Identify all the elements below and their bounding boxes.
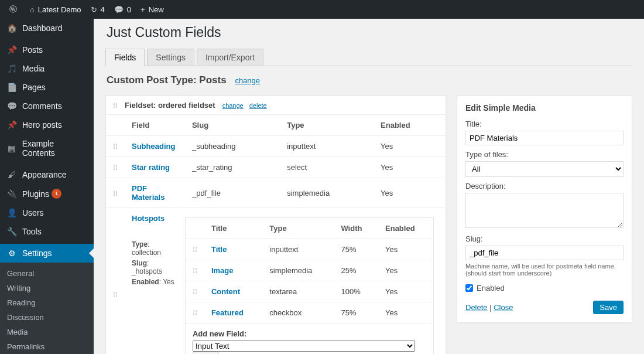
pin-icon: 📌 (6, 45, 18, 55)
site-name[interactable]: ⌂Latest Demo (25, 0, 86, 19)
menu-item-plugins[interactable]: 🔌Plugins1 (0, 184, 94, 203)
drag-handle-icon[interactable]: ⁞⁞ (186, 239, 204, 260)
edit-field-panel: Edit Simple Media Title: Type of files: … (457, 96, 632, 323)
collection-field-link[interactable]: Content (211, 287, 240, 296)
add-field-label: Add new Field: (193, 329, 426, 338)
menu-label: Dashboard (22, 23, 63, 33)
filetype-select[interactable]: All (465, 161, 624, 177)
drag-handle-icon[interactable]: ⁞⁞ (113, 101, 118, 110)
add-field-button[interactable]: Add (193, 352, 219, 354)
col-enabled: Enabled (374, 115, 446, 136)
page-title: Just Custom Fields (107, 25, 632, 40)
col-enabled: Enabled (378, 218, 433, 239)
menu-item-tools[interactable]: 🔧Tools (0, 222, 94, 241)
table-row: ⁞⁞Star rating_star_ratingselectYes (106, 157, 446, 178)
enabled-label: Enabled (477, 284, 505, 292)
plus-icon: + (141, 5, 145, 14)
menu-item-dashboard[interactable]: 🏠Dashboard (0, 19, 94, 38)
menu-item-users[interactable]: 👤Users (0, 203, 94, 222)
fieldset-change-link[interactable]: change (222, 102, 244, 109)
field-link[interactable]: Star rating (132, 163, 170, 172)
panel-title: Edit Simple Media (465, 103, 624, 113)
new-label: New (149, 5, 164, 14)
menu-label: Appearance (22, 170, 67, 179)
menu-label: Example Contents (22, 139, 88, 158)
wp-logo[interactable]: ⓦ (5, 0, 25, 19)
new-content[interactable]: +New (136, 0, 169, 19)
menu-label: Comments (22, 101, 62, 111)
description-label: Description: (465, 182, 624, 190)
drag-handle-icon[interactable]: ⁞⁞ (186, 281, 204, 302)
menu-item-settings[interactable]: ⚙Settings (0, 244, 94, 263)
site-name-label: Latest Demo (38, 5, 81, 14)
enabled-checkbox[interactable] (465, 284, 473, 292)
menu-label: Pages (22, 83, 46, 92)
submenu-item[interactable]: Reading (0, 295, 94, 310)
menu-item-hero[interactable]: 📌Hero posts (0, 115, 94, 134)
table-row: ⁞⁞Contenttextarea100%Yes (186, 281, 433, 302)
field-link[interactable]: Subheading (132, 142, 175, 151)
drag-handle-icon[interactable]: ⁞⁞ (106, 178, 125, 208)
change-post-type-link[interactable]: change (235, 76, 260, 85)
table-row: ⁞⁞Titleinputtext75%Yes (186, 239, 433, 260)
col-field: Field (125, 115, 185, 136)
col-type: Type (280, 115, 374, 136)
page-icon: 📄 (6, 83, 18, 92)
table-row: ⁞⁞PDF Materials_pdf_filesimplemediaYes (106, 178, 446, 208)
tab-settings[interactable]: Settings (147, 49, 194, 66)
comments[interactable]: 💬0 (109, 0, 136, 19)
submenu-item[interactable]: Writing (0, 281, 94, 295)
title-input[interactable] (465, 131, 624, 145)
submenu-item[interactable]: Media (0, 325, 94, 339)
drag-handle-icon[interactable]: ⁞⁞ (106, 136, 125, 157)
delete-link[interactable]: Delete (465, 303, 488, 312)
tab-fields[interactable]: Fields (105, 49, 145, 66)
close-link[interactable]: Close (494, 303, 513, 312)
drag-handle-icon[interactable]: ⁞⁞ (186, 260, 204, 281)
submenu-item[interactable]: General (0, 266, 94, 281)
slug-label: Slug: (465, 234, 624, 243)
fieldset-box: ⁞⁞ Fieldset: ordered fieldset change del… (105, 96, 446, 354)
menu-item-posts[interactable]: 📌Posts (0, 40, 94, 59)
grid-icon: ▦ (6, 144, 18, 153)
user-icon: 👤 (6, 208, 18, 217)
slug-input[interactable] (465, 246, 624, 260)
collection-field-link[interactable]: Featured (211, 308, 244, 317)
menu-label: Posts (22, 45, 43, 55)
collection-field-link[interactable]: Image (211, 266, 234, 275)
description-textarea[interactable] (465, 193, 624, 228)
nav-tabs: FieldsSettingsImport/Export (105, 49, 632, 66)
menu-item-pages[interactable]: 📄Pages (0, 78, 94, 97)
brush-icon: 🖌 (6, 170, 18, 179)
drag-handle-icon[interactable]: ⁞⁞ (186, 302, 204, 324)
menu-label: Tools (22, 227, 42, 236)
plug-icon: 🔌 (6, 189, 18, 199)
save-button[interactable]: Save (593, 301, 624, 314)
submenu-item[interactable]: Discussion (0, 310, 94, 325)
col-slug: Slug (185, 115, 280, 136)
menu-label: Settings (22, 249, 52, 258)
drag-handle-icon[interactable]: ⁞⁞ (106, 208, 125, 355)
menu-item-example[interactable]: ▦Example Contents (0, 134, 94, 162)
menu-label: Media (22, 64, 44, 73)
fieldset-delete-link[interactable]: delete (249, 102, 267, 109)
updates[interactable]: ↻4 (86, 0, 109, 19)
title-label: Title: (465, 120, 624, 128)
drag-handle-icon[interactable]: ⁞⁞ (106, 157, 125, 178)
update-badge: 1 (52, 189, 61, 199)
collection-field-link[interactable]: Title (211, 245, 227, 254)
tab-importexport[interactable]: Import/Export (197, 49, 263, 66)
comment-icon: 💬 (6, 101, 18, 111)
menu-item-comments[interactable]: 💬Comments (0, 97, 94, 115)
add-field-type-select[interactable]: Input Text (193, 341, 415, 352)
menu-label: Plugins (22, 189, 49, 199)
slug-hint: Machine name, will be used for postmeta … (465, 263, 624, 277)
menu-item-media[interactable]: 🎵Media (0, 59, 94, 78)
field-link-hotspots[interactable]: Hotspots (132, 214, 165, 223)
menu-item-appearance[interactable]: 🖌Appearance (0, 165, 94, 184)
submenu-item[interactable]: Permalinks (0, 339, 94, 354)
refresh-icon: ↻ (91, 5, 97, 14)
post-type-heading: Custom Post Type: Posts change (107, 74, 632, 86)
menu-label: Hero posts (22, 120, 62, 130)
field-link[interactable]: PDF Materials (132, 184, 165, 202)
